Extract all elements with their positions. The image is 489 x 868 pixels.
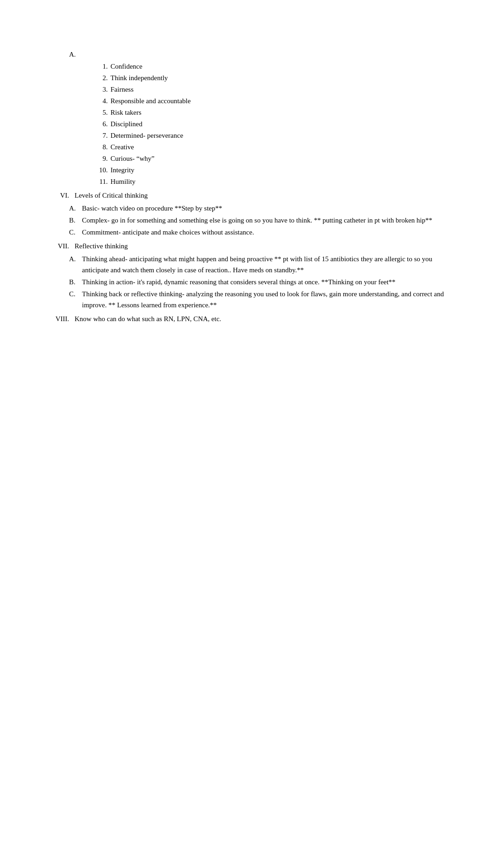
characteristic-item-6: 6.Disciplined — [97, 118, 448, 129]
num-content: Confidence — [111, 61, 448, 72]
vii-sub-C: C.Thinking back or reflective thinking- … — [69, 288, 448, 311]
characteristic-item-8: 8.Creative — [97, 141, 448, 152]
vi-subsections: A.Basic- watch video on procedure **Step… — [41, 203, 448, 238]
alpha-content: Thinking back or reflective thinking- an… — [82, 288, 448, 311]
characteristics-header: A. — [69, 49, 448, 60]
intro-text — [41, 0, 448, 4]
characteristic-item-1: 1.Confidence — [97, 61, 448, 72]
vi-sub-B: B.Complex- go in for something and somet… — [69, 215, 448, 226]
roman-viii-label: VIII. — [41, 313, 69, 324]
num-label: 4. — [97, 95, 108, 106]
num-content: Determined- perseverance — [111, 130, 448, 141]
num-label: 2. — [97, 72, 108, 83]
roman-vi-content: Levels of Critical thinking — [75, 190, 448, 201]
roman-vi-item: VI. Levels of Critical thinking — [41, 190, 448, 201]
roman-vi-label: VI. — [41, 190, 69, 201]
vi-sub-C: C.Commitment- anticipate and make choice… — [69, 227, 448, 238]
characteristic-item-9: 9.Curious- “why” — [97, 153, 448, 164]
roman-viii-content: Know who can do what such as RN, LPN, CN… — [75, 313, 448, 324]
vii-sub-A: A.Thinking ahead- anticipating what migh… — [69, 253, 448, 276]
characteristic-item-5: 5.Risk takers — [97, 107, 448, 118]
alpha-label: C. — [69, 288, 78, 311]
num-content: Integrity — [111, 164, 448, 176]
alpha-content: Basic- watch video on procedure **Step b… — [82, 203, 448, 214]
num-label: 7. — [97, 130, 108, 141]
alpha-label: B. — [69, 215, 78, 226]
num-label: 6. — [97, 118, 108, 129]
roman-vii-item: VII. Reflective thinking — [41, 240, 448, 252]
roman-viii-item: VIII. Know who can do what such as RN, L… — [41, 313, 448, 324]
num-label: 3. — [97, 84, 108, 95]
characteristic-item-11: 11.Humility — [97, 176, 448, 187]
vii-sub-B: B.Thinking in action- it's rapid, dynami… — [69, 276, 448, 287]
num-label: 9. — [97, 153, 108, 164]
characteristics-label — [82, 49, 448, 60]
roman-vii-content: Reflective thinking — [75, 240, 448, 252]
alpha-label-char: A. — [69, 49, 78, 60]
num-content: Creative — [111, 141, 448, 152]
characteristic-item-4: 4.Responsible and accountable — [97, 95, 448, 106]
alpha-label: A. — [69, 253, 78, 276]
vi-sub-A: A.Basic- watch video on procedure **Step… — [69, 203, 448, 214]
num-content: Responsible and accountable — [111, 95, 448, 106]
characteristic-item-7: 7.Determined- perseverance — [97, 130, 448, 141]
num-label: 5. — [97, 107, 108, 118]
alpha-label: C. — [69, 227, 78, 238]
num-label: 1. — [97, 61, 108, 72]
num-label: 10. — [97, 164, 108, 176]
alpha-content: Thinking in action- it's rapid, dynamic … — [82, 276, 448, 287]
num-content: Humility — [111, 176, 448, 187]
num-content: Fairness — [111, 84, 448, 95]
num-label: 8. — [97, 141, 108, 152]
alpha-content: Complex- go in for something and somethi… — [82, 215, 448, 226]
alpha-label: A. — [69, 203, 78, 214]
characteristics-list: 1.Confidence2.Think independently3.Fairn… — [41, 61, 448, 187]
characteristic-item-3: 3.Fairness — [97, 84, 448, 95]
alpha-content: Commitment- anticipate and make choices … — [82, 227, 448, 238]
alpha-content: Thinking ahead- anticipating what might … — [82, 253, 448, 276]
num-content: Think independently — [111, 72, 448, 83]
num-label: 11. — [97, 176, 108, 187]
alpha-label: B. — [69, 276, 78, 287]
vii-subsections: A.Thinking ahead- anticipating what migh… — [41, 253, 448, 311]
num-content: Risk takers — [111, 107, 448, 118]
characteristic-item-10: 10.Integrity — [97, 164, 448, 176]
roman-vii-label: VII. — [41, 240, 69, 252]
num-content: Disciplined — [111, 118, 448, 129]
num-content: Curious- “why” — [111, 153, 448, 164]
characteristic-item-2: 2.Think independently — [97, 72, 448, 83]
